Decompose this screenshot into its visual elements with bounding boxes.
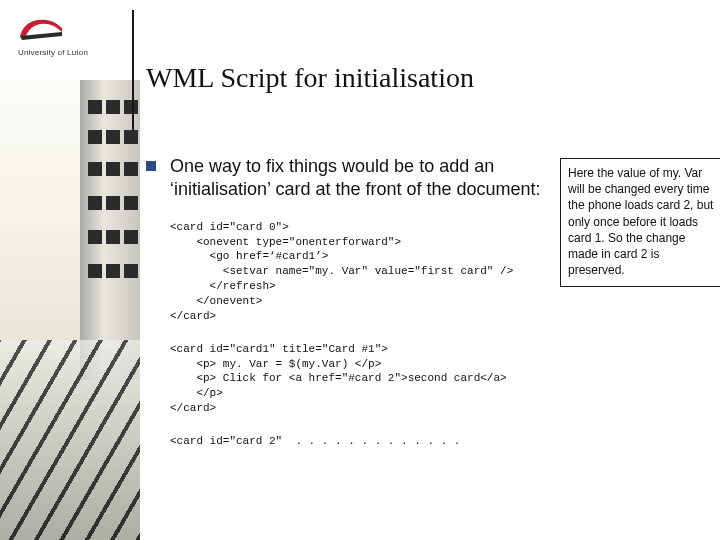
code-block-3: <card id="card 2" . . . . . . . . . . . … [170, 434, 546, 449]
body-content: One way to fix things would be to add an… [146, 155, 546, 449]
bg-glass-roof [0, 340, 140, 540]
logo: University of Luton [18, 14, 128, 74]
logo-text: University of Luton [18, 48, 128, 57]
vertical-divider [132, 10, 134, 130]
slide-title: WML Script for initialisation [146, 62, 474, 94]
logo-icon [18, 14, 64, 44]
bullet-row: One way to fix things would be to add an… [146, 155, 546, 202]
side-note: Here the value of my. Var will be change… [560, 158, 720, 287]
background-photo [0, 80, 140, 540]
code-block-2: <card id="card1" title="Card #1"> <p> my… [170, 342, 546, 416]
bullet-square-icon [146, 161, 156, 171]
code-block-1: <card id="card 0"> <onevent type="onente… [170, 220, 546, 324]
bg-building [80, 80, 140, 380]
bullet-text: One way to fix things would be to add an… [170, 155, 546, 202]
